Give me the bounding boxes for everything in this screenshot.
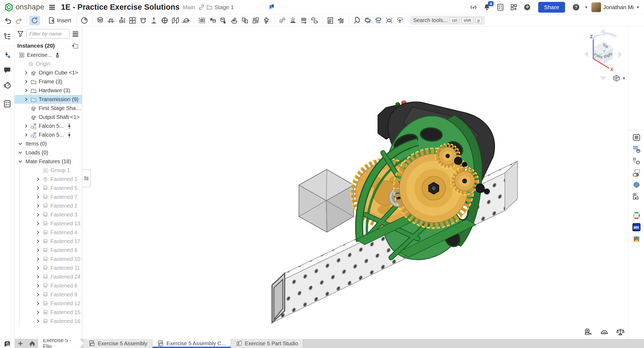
protractor-icon[interactable] xyxy=(600,328,609,336)
chevron-right-icon[interactable] xyxy=(23,123,30,129)
tasks-button[interactable] xyxy=(495,2,505,12)
section-view-button[interactable] xyxy=(395,16,405,25)
help-caret-icon[interactable]: ▼ xyxy=(584,5,588,9)
help-button[interactable]: ? xyxy=(571,2,581,12)
display-states-button[interactable] xyxy=(631,167,642,179)
learning-center-button[interactable] xyxy=(522,2,532,12)
mass-properties-button[interactable] xyxy=(336,16,346,25)
chevron-right-icon[interactable] xyxy=(34,229,41,236)
undo-button[interactable] xyxy=(3,16,13,25)
tree-row[interactable]: Fastened 13 xyxy=(15,219,82,228)
learning-flags-button[interactable] xyxy=(267,2,277,12)
tree-row[interactable]: Fastened 3 xyxy=(15,210,82,219)
group-parts-button[interactable] xyxy=(197,16,207,25)
chevron-right-icon[interactable] xyxy=(23,79,30,85)
named-positions-button[interactable] xyxy=(207,16,218,25)
list-view-icon[interactable] xyxy=(72,30,79,38)
zoom-fit-button[interactable] xyxy=(384,16,395,25)
drag-handle-icon[interactable] xyxy=(66,132,72,138)
document-tab[interactable]: Exercise 5 Assembly xyxy=(84,339,153,348)
tree-row[interactable]: Fastened 12 xyxy=(15,299,82,308)
graphics-viewport[interactable]: Top Front Right Z X Y ▼ xyxy=(82,26,628,339)
chevron-right-icon[interactable] xyxy=(34,247,41,254)
chevron-right-icon[interactable] xyxy=(34,203,41,209)
tree-row[interactable]: Fastened 2 xyxy=(15,201,82,210)
cylindrical-mate-button[interactable] xyxy=(159,16,170,25)
chevron-right-icon[interactable] xyxy=(34,176,41,183)
user-menu[interactable]: Jonathan Mi ▼ xyxy=(591,2,640,12)
tree-row[interactable]: Fastened 6 xyxy=(15,281,82,290)
main-menu-button[interactable] xyxy=(48,3,57,12)
tree-row[interactable]: Frame (3) xyxy=(15,77,82,86)
screw-relation-button[interactable] xyxy=(309,16,320,25)
chevron-right-icon[interactable] xyxy=(34,300,41,307)
tree-row[interactable]: Output Shaft <1> xyxy=(15,113,82,122)
home-button[interactable] xyxy=(26,339,38,348)
pin-slot-mate-button[interactable] xyxy=(149,16,159,25)
exploded-view-button[interactable] xyxy=(261,16,272,25)
tape-measure-icon[interactable] xyxy=(584,328,592,336)
interference-button[interactable] xyxy=(79,16,90,25)
chevron-down-icon[interactable] xyxy=(17,141,24,147)
document-tab[interactable]: Exercise 5 Assembly C... xyxy=(153,339,231,348)
rack-pinion-button[interactable] xyxy=(298,16,309,25)
variables-button[interactable]: x xyxy=(631,191,642,203)
chevron-right-icon[interactable] xyxy=(34,194,41,200)
origin-cube[interactable] xyxy=(299,169,354,232)
tree-row[interactable]: Hardware (3) xyxy=(15,86,82,95)
filter-input[interactable] xyxy=(26,29,70,39)
fastened-mate-button[interactable] xyxy=(95,16,106,25)
chevron-right-icon[interactable] xyxy=(34,292,41,298)
ball-mate-button[interactable] xyxy=(138,16,149,25)
notifications-button[interactable]: 4 xyxy=(482,2,492,12)
chevron-right-icon[interactable] xyxy=(23,96,30,103)
tree-row[interactable]: Fastened 10 xyxy=(15,255,82,264)
chevron-right-icon[interactable] xyxy=(23,70,30,76)
chevron-right-icon[interactable] xyxy=(34,238,41,245)
transfer-copy-button[interactable] xyxy=(240,16,250,25)
composite-part-button[interactable] xyxy=(229,16,240,25)
new-folder-button[interactable] xyxy=(71,42,79,49)
tree-row[interactable]: Group 1 xyxy=(15,166,82,175)
slider-mate-button[interactable] xyxy=(116,16,127,25)
chevron-right-icon[interactable] xyxy=(34,265,41,271)
versions-button[interactable] xyxy=(2,31,13,42)
tree-row[interactable]: Mate Features (18) xyxy=(15,157,82,166)
tangent-mate-button[interactable] xyxy=(181,16,191,25)
filter-icon[interactable] xyxy=(17,30,24,38)
hide-mates-button[interactable] xyxy=(325,16,336,25)
animate-button[interactable] xyxy=(352,16,362,25)
pattern-button[interactable] xyxy=(250,16,261,25)
chevron-down-icon[interactable] xyxy=(17,158,24,165)
gear-feature-button[interactable] xyxy=(288,16,298,25)
tree-row[interactable]: Falcon 5... xyxy=(15,130,82,139)
feature-list-button[interactable] xyxy=(631,132,642,143)
tree-row[interactable]: Exercise... xyxy=(15,51,82,59)
tree-row[interactable]: Fastened 1 xyxy=(15,175,82,184)
comments-button[interactable] xyxy=(2,65,13,76)
share-button[interactable]: Share xyxy=(538,2,565,13)
panel-flyout-toggle[interactable] xyxy=(82,169,91,187)
app-ring-button[interactable] xyxy=(631,209,642,221)
find-in-document-button[interactable] xyxy=(0,339,15,348)
document-tab[interactable]: Exercise 5 - Flip xyxy=(38,339,84,348)
tree-row[interactable]: Fastened 8 xyxy=(15,246,82,255)
workspace-label[interactable]: Main xyxy=(183,4,195,10)
chevron-right-icon[interactable] xyxy=(34,274,41,280)
chevron-right-icon[interactable] xyxy=(34,283,41,289)
tree-row[interactable]: Fastened 5 xyxy=(15,184,82,193)
tree-row[interactable]: Fastened 7 xyxy=(15,193,82,201)
chevron-right-icon[interactable] xyxy=(34,212,41,218)
replace-instance-button[interactable] xyxy=(218,16,229,25)
feedback-button[interactable] xyxy=(468,2,479,12)
tree-row[interactable]: Fastened 16 xyxy=(15,317,82,326)
app-colors-button[interactable] xyxy=(631,233,642,245)
search-tools-box[interactable]: Search tools... ctrlshiftp xyxy=(410,16,485,25)
tree-row[interactable]: First Stage Shaft <1> xyxy=(15,104,82,113)
parallel-mate-button[interactable] xyxy=(170,16,181,25)
chevron-right-icon[interactable] xyxy=(23,132,30,138)
insert-button[interactable]: Insert xyxy=(45,16,74,25)
look-at-button[interactable] xyxy=(373,16,384,25)
mass-icon[interactable] xyxy=(616,328,625,336)
redo-button[interactable] xyxy=(13,16,24,25)
